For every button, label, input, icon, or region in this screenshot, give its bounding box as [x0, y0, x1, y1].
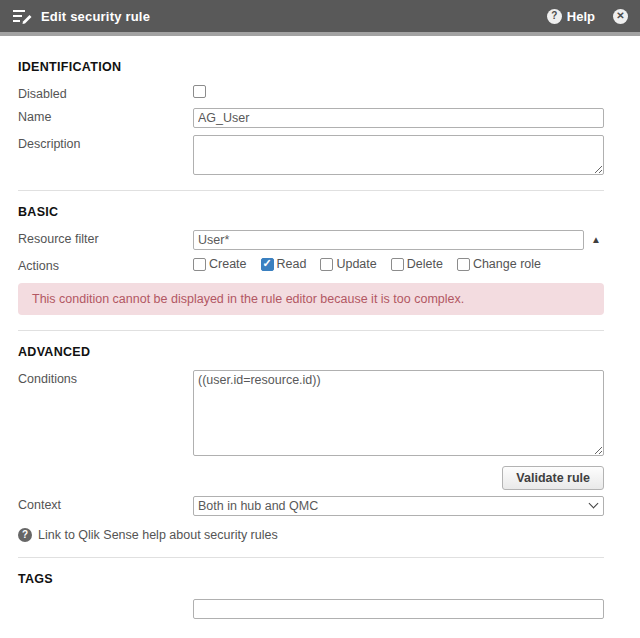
resource-filter-expand-icon[interactable]: ▲ [588, 230, 604, 250]
action-read[interactable]: Read [261, 257, 307, 271]
description-textarea[interactable] [193, 135, 604, 175]
change-role-label: Change role [473, 257, 541, 271]
change-role-checkbox[interactable] [457, 258, 470, 271]
action-change-role[interactable]: Change role [457, 257, 541, 271]
tags-input-row [193, 599, 604, 619]
dialog-header: Edit security rule ? Help ✕ [0, 0, 640, 36]
name-label: Name [18, 108, 193, 124]
section-divider [18, 190, 604, 191]
disabled-label: Disabled [18, 85, 193, 101]
identification-section-title: IDENTIFICATION [18, 60, 604, 74]
help-circle-icon: ? [18, 528, 32, 542]
context-label: Context [18, 496, 193, 512]
tags-section-title: TAGS [18, 572, 604, 586]
context-select[interactable]: Both in hub and QMC [193, 496, 604, 516]
advanced-section-title: ADVANCED [18, 345, 604, 359]
validate-button-row: Validate rule [18, 466, 604, 490]
security-rules-help-link[interactable]: ? Link to Qlik Sense help about security… [18, 528, 604, 542]
close-button[interactable]: ✕ [613, 8, 628, 24]
description-row: Description [18, 135, 604, 175]
section-divider [18, 330, 604, 331]
validate-rule-button[interactable]: Validate rule [502, 466, 604, 490]
action-delete[interactable]: Delete [391, 257, 443, 271]
help-button[interactable]: ? Help [547, 9, 595, 24]
dialog-body: IDENTIFICATION Disabled Name Description… [0, 36, 640, 619]
conditions-row: Conditions ((user.id=resource.id)) [18, 370, 604, 456]
create-label: Create [209, 257, 247, 271]
help-link-label: Link to Qlik Sense help about security r… [38, 528, 278, 542]
context-row: Context Both in hub and QMC [18, 496, 604, 516]
description-label: Description [18, 135, 193, 151]
read-checkbox[interactable] [261, 258, 274, 271]
update-label: Update [336, 257, 376, 271]
section-divider [18, 557, 604, 558]
edit-rule-icon [12, 8, 33, 24]
create-checkbox[interactable] [193, 258, 206, 271]
delete-checkbox[interactable] [391, 258, 404, 271]
name-input[interactable] [193, 108, 604, 128]
update-checkbox[interactable] [320, 258, 333, 271]
dialog-title: Edit security rule [41, 9, 150, 24]
resource-filter-label: Resource filter [18, 230, 193, 246]
resource-filter-row: Resource filter ▲ [18, 230, 604, 250]
conditions-textarea[interactable]: ((user.id=resource.id)) [193, 370, 604, 456]
read-label: Read [277, 257, 307, 271]
actions-row: Actions Create Read Update Delete Change… [18, 257, 604, 273]
help-button-label: Help [567, 9, 595, 24]
name-row: Name [18, 108, 604, 128]
conditions-label: Conditions [18, 370, 193, 386]
resource-filter-input[interactable] [193, 230, 584, 250]
delete-label: Delete [407, 257, 443, 271]
action-update[interactable]: Update [320, 257, 376, 271]
help-icon: ? [547, 9, 562, 24]
disabled-row: Disabled [18, 85, 604, 101]
disabled-checkbox[interactable] [193, 85, 206, 98]
complex-condition-warning: This condition cannot be displayed in th… [18, 283, 604, 315]
actions-label: Actions [18, 257, 193, 273]
basic-section-title: BASIC [18, 205, 604, 219]
action-create[interactable]: Create [193, 257, 247, 271]
tags-input[interactable] [193, 599, 604, 619]
close-icon: ✕ [613, 9, 628, 24]
